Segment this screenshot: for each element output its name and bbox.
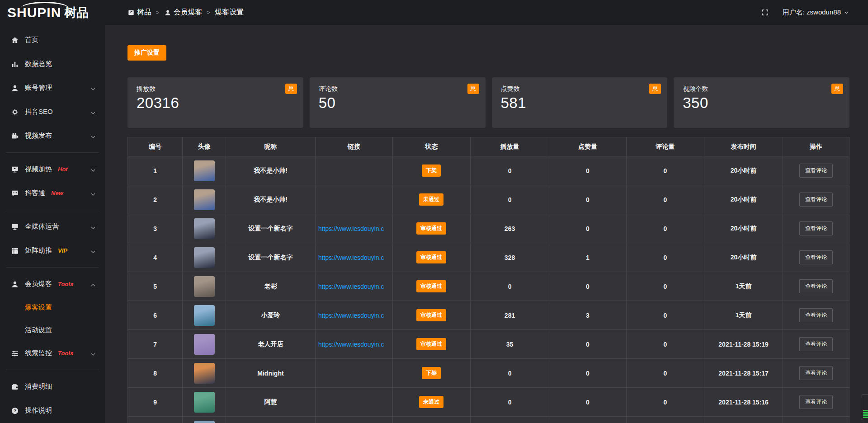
cell-plays xyxy=(471,417,549,423)
cell-avatar xyxy=(183,359,226,388)
profile-link[interactable]: https://www.iesdouyin.c xyxy=(318,312,384,319)
profile-link[interactable]: https://www.iesdouyin.c xyxy=(318,225,384,232)
view-comments-button[interactable]: 查看评论 xyxy=(799,164,833,178)
sidebar-item[interactable]: 首页 xyxy=(0,28,105,52)
status-badge[interactable]: 审核通过 xyxy=(416,338,446,350)
cell-time: 1天前 xyxy=(704,301,783,330)
cell-index: 3 xyxy=(128,214,183,243)
sidebar-item[interactable]: 矩阵助推VIP xyxy=(0,239,105,263)
sidebar-item[interactable]: 全媒体运营 xyxy=(0,215,105,239)
view-comments-button[interactable]: 查看评论 xyxy=(799,395,833,409)
stat-card-value: 581 xyxy=(501,94,659,112)
cell-action: 查看评论 xyxy=(783,330,849,359)
breadcrumb-item[interactable]: 会员爆客 xyxy=(164,8,203,17)
cell-status: 审核通过 xyxy=(392,243,470,272)
sidebar-subitem[interactable]: 活动设置 xyxy=(0,319,105,341)
cell-avatar xyxy=(183,185,226,214)
cell-comments: 0 xyxy=(626,214,704,243)
cell-likes: 0 xyxy=(549,272,627,301)
column-header: 头像 xyxy=(183,137,226,156)
sidebar-item-label: 会员爆客 xyxy=(25,280,52,288)
sidebar-item[interactable]: 视频发布 xyxy=(0,124,105,148)
status-badge[interactable]: 下架 xyxy=(422,164,441,177)
sidebar-item-badge: VIP xyxy=(58,247,67,254)
signal-bars xyxy=(863,410,868,418)
cell-likes: 0 xyxy=(549,156,627,185)
avatar xyxy=(194,247,215,268)
sidebar-item[interactable]: 会员爆客Tools xyxy=(0,272,105,296)
sidebar-item[interactable]: 视频加热Hot xyxy=(0,157,105,181)
sidebar-item[interactable]: 抖音SEO xyxy=(0,100,105,124)
breadcrumb-label: 会员爆客 xyxy=(174,8,203,17)
cell-plays: 0 xyxy=(471,359,549,388)
table-wrap: 编号头像昵称链接状态播放量点赞量评论量发布时间操作1我不是小帅!下架00020小… xyxy=(127,137,849,423)
cell-status: 审核通过 xyxy=(392,272,470,301)
table-header-row: 编号头像昵称链接状态播放量点赞量评论量发布时间操作 xyxy=(128,137,849,156)
cell-avatar xyxy=(183,156,226,185)
avatar xyxy=(194,276,215,297)
status-badge[interactable]: 审核通过 xyxy=(416,309,446,321)
cell-nickname: 老彬 xyxy=(226,272,316,301)
cell-action: 查看评论 xyxy=(783,301,849,330)
sidebar-item[interactable]: 消费明细 xyxy=(0,375,105,399)
cell-comments: 0 xyxy=(626,156,704,185)
view-comments-button[interactable]: 查看评论 xyxy=(799,221,833,235)
sidebar-item-badge: Tools xyxy=(58,281,73,287)
sidebar-item[interactable]: ?操作说明 xyxy=(0,399,105,423)
bar-chart-icon xyxy=(11,60,19,68)
sidebar-subitem[interactable]: 爆客设置 xyxy=(0,296,105,319)
username-dropdown[interactable]: 用户名: zswodun88 xyxy=(783,8,849,17)
promo-settings-button[interactable]: 推广设置 xyxy=(127,45,166,61)
cell-link xyxy=(315,185,392,214)
status-badge[interactable]: 下架 xyxy=(422,367,441,379)
profile-link[interactable]: https://www.iesdouyin.c xyxy=(318,254,384,261)
chevron-up-icon xyxy=(90,282,96,287)
view-comments-button[interactable]: 查看评论 xyxy=(799,366,833,380)
view-comments-button[interactable]: 查看评论 xyxy=(799,193,833,207)
view-comments-button[interactable]: 查看评论 xyxy=(799,308,833,322)
cell-plays: 0 xyxy=(471,156,549,185)
status-badge[interactable]: 审核通过 xyxy=(416,280,446,292)
sidebar-item[interactable]: 账号管理 xyxy=(0,76,105,100)
sidebar-divider xyxy=(6,210,99,210)
stat-card: 点赞数581总 xyxy=(492,77,668,128)
sidebar-subitem-label: 活动设置 xyxy=(25,326,52,334)
sidebar-item-label: 抖客通 xyxy=(25,189,45,197)
profile-link[interactable]: https://www.iesdouyin.c xyxy=(318,341,384,348)
sidebar-item-badge: Tools xyxy=(58,350,73,357)
cell-plays: 0 xyxy=(471,185,549,214)
view-comments-button[interactable]: 查看评论 xyxy=(799,250,833,264)
breadcrumb-item[interactable]: 树品 xyxy=(127,8,151,17)
chevron-down-icon xyxy=(90,351,96,356)
sidebar-item[interactable]: 抖客通New xyxy=(0,181,105,205)
chevron-down-icon xyxy=(90,133,96,139)
sidebar-item-label: 抖音SEO xyxy=(25,108,53,116)
view-comments-button[interactable]: 查看评论 xyxy=(799,279,833,293)
status-badge[interactable]: 审核通过 xyxy=(416,251,446,263)
cell-time xyxy=(704,417,783,423)
cell-comments xyxy=(626,417,704,423)
table-row: 8Midnight下架0002021-11-28 15:17查看评论 xyxy=(128,359,849,388)
cell-index: 6 xyxy=(128,301,183,330)
cell-index xyxy=(128,417,183,423)
cell-avatar xyxy=(183,272,226,301)
fullscreen-icon[interactable] xyxy=(761,9,769,16)
cell-index: 2 xyxy=(128,185,183,214)
column-header: 点赞量 xyxy=(549,137,627,156)
cell-plays: 0 xyxy=(471,388,549,417)
cell-comments: 0 xyxy=(626,388,704,417)
status-badge[interactable]: 未通过 xyxy=(419,396,443,408)
chevron-down-icon xyxy=(90,109,96,115)
sidebar-subitem-label: 爆客设置 xyxy=(25,303,52,312)
status-badge[interactable]: 未通过 xyxy=(419,193,443,206)
sidebar-item[interactable]: 线索监控Tools xyxy=(0,341,105,365)
profile-link[interactable]: https://www.iesdouyin.c xyxy=(318,283,384,290)
status-badge[interactable]: 审核通过 xyxy=(416,222,446,235)
cell-avatar xyxy=(183,243,226,272)
table-row: 5老彬https://www.iesdouyin.c审核通过0001天前查看评论 xyxy=(128,272,849,301)
view-comments-button[interactable]: 查看评论 xyxy=(799,337,833,351)
column-header: 发布时间 xyxy=(704,137,783,156)
floating-widget[interactable] xyxy=(861,394,868,420)
cell-nickname: Midnight xyxy=(226,359,316,388)
sidebar-item[interactable]: 数据总览 xyxy=(0,52,105,76)
